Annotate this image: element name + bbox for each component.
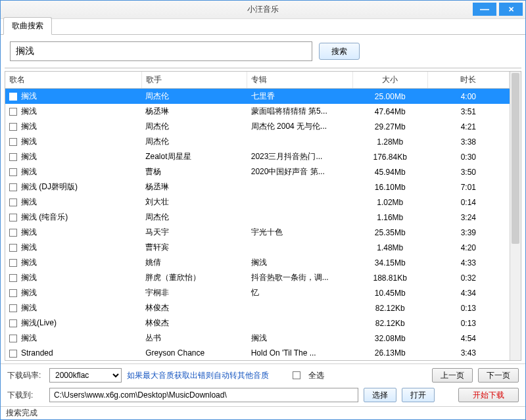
row-checkbox[interactable] [9,214,17,222]
table-header-row: 歌名 歌手 专辑 大小 时长 [5,72,510,89]
col-header-artist[interactable]: 歌手 [141,72,247,89]
download-path-label: 下载到: [7,390,44,401]
col-header-name[interactable]: 歌名 [5,72,141,89]
table-row[interactable]: 搁浅马天宇宇光十色25.35Mb3:39 [5,225,510,240]
table-row[interactable]: 搁浅胖虎（董欣怡）抖音热歌一条街，调...188.81Kb0:32 [5,270,510,285]
row-checkbox[interactable] [9,274,17,282]
table-row[interactable]: 搁浅丛书搁浅32.08Mb4:54 [5,331,510,346]
row-checkbox[interactable] [9,138,17,146]
search-button[interactable]: 搜索 [319,43,360,60]
table-row[interactable]: 搁浅(Live)林俊杰82.12Kb0:13 [5,315,510,331]
results-table: 歌名 歌手 专辑 大小 时长 搁浅周杰伦七里香25.00Mb4:00搁浅杨丞琳蒙… [5,71,521,361]
search-input[interactable] [10,41,312,61]
table-row[interactable]: 搁浅周杰伦周杰伦 2004 无与伦...29.27Mb4:21 [5,119,510,134]
status-text: 搜索完成 [6,408,37,419]
col-header-duration[interactable]: 时长 [427,72,509,89]
col-header-size[interactable]: 大小 [352,72,427,89]
row-checkbox[interactable] [9,168,17,176]
status-bar: 搜索完成 [1,406,525,419]
table-row[interactable]: 搁浅刘大壮1.02Mb0:14 [5,195,510,210]
table-row[interactable]: StrandedGreyson ChanceHold On 'Til The .… [5,346,510,360]
table-row[interactable]: 搁浅曹杨2020中国好声音 第...45.94Mb3:50 [5,164,510,179]
vertical-scrollbar[interactable] [510,72,521,360]
choose-path-button[interactable]: 选择 [364,388,396,402]
row-checkbox[interactable] [9,108,17,116]
row-checkbox[interactable] [9,153,17,161]
table-row[interactable]: 搁浅宇桐非忆10.45Mb4:34 [5,285,510,300]
download-path-input[interactable] [49,388,358,402]
divider [5,68,521,68]
row-checkbox[interactable] [9,244,17,252]
row-checkbox[interactable] [9,289,17,297]
select-all-checkbox[interactable] [293,371,300,379]
prev-page-button[interactable]: 上一页 [432,368,473,383]
row-checkbox[interactable] [9,259,17,267]
app-window: 小汪音乐 歌曲搜索 搜索 歌名 歌手 专辑 大小 时长 [0,0,526,420]
bitrate-select[interactable]: 2000kflac [49,368,122,383]
next-page-button[interactable]: 下一页 [478,368,519,383]
select-all-label: 全选 [308,370,324,381]
titlebar[interactable]: 小汪音乐 [1,1,525,19]
window-title: 小汪音乐 [247,4,279,15]
window-controls [473,3,523,16]
table-row[interactable]: 搁浅周杰伦1.28Mb3:38 [5,134,510,149]
footer-panel: 下载码率: 2000kflac 如果最大音质获取出错则自动转其他音质 全选 上一… [1,363,525,406]
table-row[interactable]: 搁浅周杰伦七里香25.00Mb4:00 [5,89,510,105]
row-checkbox[interactable] [9,123,17,131]
bitrate-label: 下载码率: [7,370,44,381]
row-checkbox[interactable] [9,319,17,327]
close-button[interactable] [499,3,523,16]
open-path-button[interactable]: 打开 [402,388,435,402]
row-checkbox[interactable] [9,350,17,358]
start-download-button[interactable]: 开始下载 [458,388,519,402]
row-checkbox[interactable] [9,93,17,101]
tab-bar: 歌曲搜索 [1,19,525,35]
table-row[interactable]: 搁浅Zealot周星星2023三月抖音热门...176.84Kb0:30 [5,149,510,164]
row-checkbox[interactable] [9,198,17,206]
row-checkbox[interactable] [9,304,17,312]
table-row[interactable]: 搁浅姚倩搁浅34.15Mb4:33 [5,255,510,270]
row-checkbox[interactable] [9,183,17,191]
table-row[interactable]: 搁浅 (纯音乐)周杰伦1.16Mb3:24 [5,210,510,225]
row-checkbox[interactable] [9,335,17,342]
col-header-album[interactable]: 专辑 [247,72,353,89]
quality-note: 如果最大音质获取出错则自动转其他音质 [127,370,269,381]
table-row[interactable]: 搁浅林俊杰82.12Kb0:13 [5,300,510,315]
search-bar: 搜索 [1,35,525,68]
scrollbar-thumb[interactable] [512,73,519,244]
table-row[interactable]: 搁浅杨丞琳蒙面唱将猜猜猜 第5...47.64Mb3:51 [5,104,510,119]
tab-song-search[interactable]: 歌曲搜索 [3,17,52,35]
minimize-button[interactable] [473,3,496,16]
table-row[interactable]: 搁浅 (DJ磬明版)杨丞琳16.10Mb7:01 [5,179,510,195]
table-row[interactable]: 搁浅曹轩宾1.48Mb4:20 [5,240,510,255]
row-checkbox[interactable] [9,229,17,237]
